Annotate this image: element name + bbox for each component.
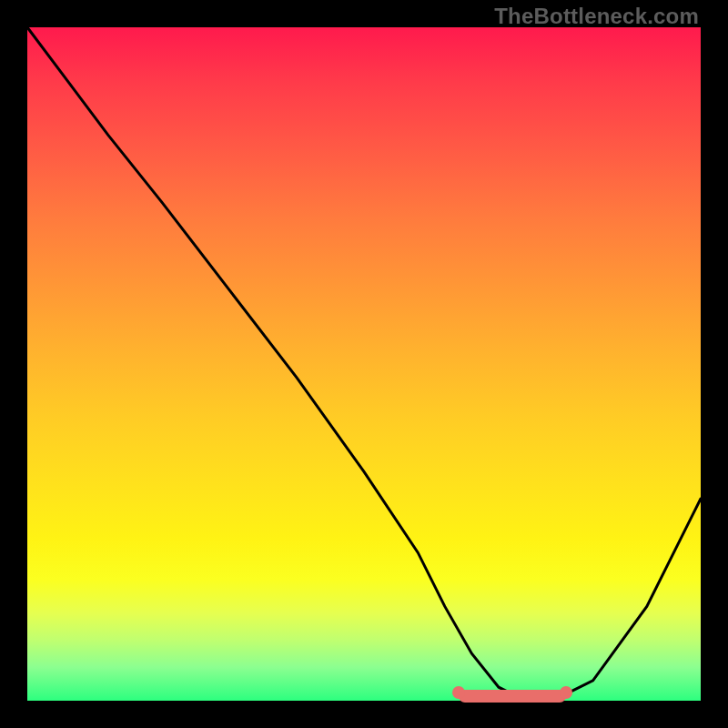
chart-frame: TheBottleneck.com	[0, 0, 728, 728]
bottleneck-curve	[27, 27, 701, 701]
optimal-region-highlight	[459, 690, 566, 703]
plot-area	[27, 27, 701, 701]
watermark-text: TheBottleneck.com	[494, 4, 699, 29]
optimal-region-right-dot	[560, 686, 572, 699]
optimal-region-left-dot	[452, 686, 465, 699]
